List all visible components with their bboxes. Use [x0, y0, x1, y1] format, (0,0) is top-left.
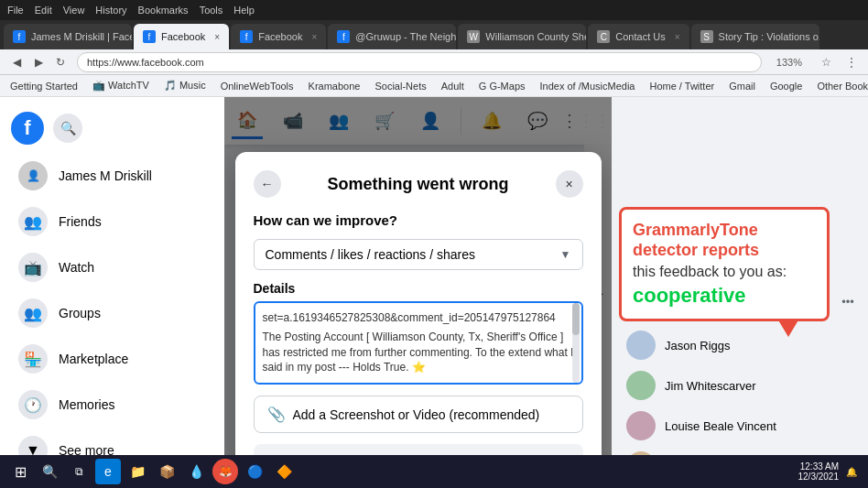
facebook-logo[interactable]: f [11, 112, 44, 145]
modal-header: ← Something went wrong × [254, 170, 583, 198]
taskbar-amazon[interactable]: 📦 [154, 459, 179, 484]
taskbar-edge[interactable]: e [95, 459, 121, 484]
menu-button[interactable]: ⋮ [842, 53, 861, 71]
details-body-text: The Posting Account [ Williamson County,… [263, 330, 574, 375]
feedback-modal: ← Something went wrong × How can we impr… [235, 152, 602, 488]
grammarly-overlay: GrammarlyTone detector reports this feed… [619, 207, 830, 321]
forward-button[interactable]: ▶ [29, 53, 48, 71]
bookmark-music[interactable]: 🎵 Music [159, 78, 211, 93]
bookmark-watchtv[interactable]: 📺 WatchTV [88, 78, 154, 93]
contact-name-1: Jim Whitescarver [665, 379, 756, 393]
taskbar-firefox[interactable]: 🦊 [212, 459, 238, 484]
bookmark-star[interactable]: ☆ [817, 53, 835, 71]
friends-icon: 👥 [18, 207, 48, 236]
tab-favicon-0: f [13, 30, 26, 43]
taskbar-clock[interactable]: 12:33 AM 12/3/2021 [798, 461, 840, 482]
tab-label-3: @Gruwup - The Neighbo... [355, 31, 456, 42]
contact-avatar-1 [626, 371, 656, 400]
menu-bookmarks[interactable]: Bookmarks [138, 5, 189, 16]
url-bar[interactable]: https://www.facebook.com [77, 52, 762, 72]
tab-favicon-5: C [597, 30, 610, 43]
tab-bar: f James M Driskill | Face... × f Faceboo… [0, 20, 868, 49]
tab-0[interactable]: f James M Driskill | Face... × [4, 24, 132, 49]
contact-louise-beale-vincent[interactable]: Louise Beale Vincent [619, 406, 861, 446]
bookmark-twitter[interactable]: Home / Twitter [645, 79, 719, 93]
taskbar-taskview[interactable]: ⧉ [66, 459, 92, 484]
taskbar-search[interactable]: 🔍 [37, 459, 62, 484]
bookmark-gmaps[interactable]: G G-Maps [474, 79, 530, 93]
bookmark-google[interactable]: Google [765, 79, 807, 93]
star-emoji: ⭐ [412, 361, 426, 374]
back-button[interactable]: ◀ [7, 53, 26, 71]
tab-close-1[interactable]: × [214, 32, 220, 42]
sidebar-item-watch[interactable]: 📺 Watch [7, 245, 217, 289]
facebook-page: f 🔍 👤 James M Driskill 👥 Friends 📺 Watch… [0, 97, 868, 488]
tab-6[interactable]: S Story Tip : Violations o... × [691, 24, 819, 49]
bookmark-onlinewebtools[interactable]: OnlineWebTools [216, 79, 298, 93]
sidebar-item-user[interactable]: 👤 James M Driskill [7, 154, 217, 198]
details-url-text: set=a.1619346527825308&comment_id=205147… [263, 310, 574, 326]
tab-close-5[interactable]: × [675, 32, 680, 42]
tab-4[interactable]: W Williamson County Sherif... × [458, 24, 586, 49]
modal-back-button[interactable]: ← [254, 170, 281, 198]
taskbar-app2[interactable]: 🔶 [271, 459, 297, 484]
refresh-button[interactable]: ↻ [51, 53, 70, 71]
tab-2[interactable]: f Facebook × [231, 24, 326, 49]
tab-close-2[interactable]: × [311, 32, 317, 42]
modal-overlay: ← Something went wrong × How can we impr… [224, 97, 612, 488]
details-textbox[interactable]: set=a.1619346527825308&comment_id=205147… [254, 301, 583, 385]
grammarly-title: GrammarlyTone detector reports [633, 221, 816, 260]
bookmark-adult[interactable]: Adult [437, 79, 469, 93]
chevron-down-icon: ▼ [560, 248, 571, 261]
menu-history[interactable]: History [95, 5, 126, 16]
tab-3[interactable]: f @Gruwup - The Neighbo... × [328, 24, 456, 49]
tab-5[interactable]: C Contact Us × [588, 24, 689, 49]
sidebar-watch-label: Watch [59, 260, 94, 275]
bookmark-kramabone[interactable]: Kramabone [304, 79, 365, 93]
add-screenshot-button[interactable]: 📎 Add a Screenshot or Video (recommended… [254, 396, 583, 433]
sidebar-memories-label: Memories [59, 397, 114, 412]
facebook-main: 🏠 📹 👥 🛒 👤 🔔 💬 ⋮⋮⋮ ← Something went wrong… [224, 97, 612, 488]
area-dropdown[interactable]: Comments / likes / reactions / shares ▼ [254, 239, 583, 270]
tab-favicon-1: f [143, 30, 156, 43]
sidebar-marketplace-label: Marketplace [59, 352, 128, 366]
sidebar-item-marketplace[interactable]: 🏪 Marketplace [7, 337, 217, 381]
menu-help[interactable]: Help [233, 5, 255, 16]
omnibar: ◀ ▶ ↻ https://www.facebook.com 133% ☆ ⋮ [0, 49, 868, 75]
contact-jason-riggs[interactable]: Jason Riggs [619, 325, 861, 365]
taskbar: ⊞ 🔍 ⧉ e 📁 📦 💧 🦊 🔵 🔶 12:33 AM 12/3/2021 🔔 [0, 455, 868, 488]
menu-bar[interactable]: File Edit View History Bookmarks Tools H… [7, 5, 255, 16]
modal-close-button[interactable]: × [556, 170, 583, 198]
tab-1[interactable]: f Facebook × [134, 24, 229, 49]
taskbar-notification[interactable]: 🔔 [842, 462, 861, 481]
taskbar-app1[interactable]: 🔵 [242, 459, 267, 484]
marketplace-icon: 🏪 [18, 344, 48, 374]
bookmark-gmail[interactable]: Gmail [724, 79, 760, 93]
tab-label-0: James M Driskill | Face... [31, 31, 132, 42]
sidebar-item-memories[interactable]: 🕐 Memories [7, 383, 217, 427]
bookmarks-bar: Getting Started 📺 WatchTV 🎵 Music Online… [0, 75, 868, 97]
taskbar-folder[interactable]: 📁 [125, 459, 150, 484]
bookmark-getting-started[interactable]: Getting Started [5, 79, 82, 93]
sidebar-item-friends[interactable]: 👥 Friends [7, 200, 217, 244]
dropdown-value: Comments / likes / reactions / shares [266, 247, 476, 262]
sidebar-item-groups[interactable]: 👥 Groups [7, 291, 217, 335]
bookmark-other[interactable]: Other Bookmarks [812, 79, 868, 93]
start-button[interactable]: ⊞ [7, 459, 33, 484]
menu-tools[interactable]: Tools [200, 5, 223, 16]
scrollbar[interactable] [572, 303, 580, 383]
bookmark-social-nets[interactable]: Social-Nets [370, 79, 430, 93]
contact-jim-whitescarver[interactable]: Jim Whitescarver [619, 365, 861, 406]
menu-file[interactable]: File [7, 5, 24, 16]
menu-edit[interactable]: Edit [35, 5, 52, 16]
scrollbar-track [572, 303, 580, 383]
zoom-level: 133% [776, 57, 802, 68]
bookmark-musicmedia[interactable]: Index of /MusicMedia [536, 79, 640, 93]
camera-icon: 📎 [267, 406, 286, 423]
watch-icon: 📺 [18, 253, 48, 282]
search-icon[interactable]: 🔍 [53, 114, 82, 143]
taskbar-dropbox[interactable]: 💧 [183, 459, 209, 484]
menu-view[interactable]: View [63, 5, 85, 16]
contacts-more-icon[interactable]: ••• [835, 288, 861, 314]
tab-label-1: Facebook [161, 31, 205, 42]
